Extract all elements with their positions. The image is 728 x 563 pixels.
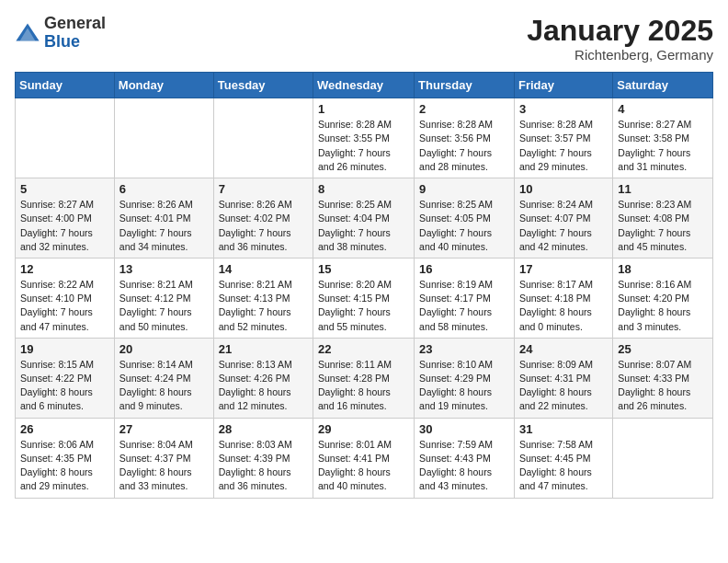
- day-number: 14: [219, 262, 308, 276]
- day-number: 17: [519, 262, 608, 276]
- day-number: 18: [618, 262, 708, 276]
- day-info: Sunrise: 8:25 AM Sunset: 4:05 PM Dayligh…: [419, 198, 509, 254]
- day-info: Sunrise: 8:26 AM Sunset: 4:02 PM Dayligh…: [219, 198, 308, 254]
- calendar-cell: 25Sunrise: 8:07 AM Sunset: 4:33 PM Dayli…: [613, 338, 713, 418]
- day-info: Sunrise: 8:04 AM Sunset: 4:37 PM Dayligh…: [119, 438, 209, 494]
- day-number: 5: [20, 182, 109, 196]
- day-number: 9: [419, 182, 509, 196]
- calendar-week-row: 12Sunrise: 8:22 AM Sunset: 4:10 PM Dayli…: [16, 258, 713, 338]
- calendar: SundayMondayTuesdayWednesdayThursdayFrid…: [15, 72, 713, 498]
- calendar-cell: [613, 418, 713, 498]
- calendar-cell: 17Sunrise: 8:17 AM Sunset: 4:18 PM Dayli…: [514, 258, 612, 338]
- day-info: Sunrise: 8:26 AM Sunset: 4:01 PM Dayligh…: [119, 198, 209, 254]
- day-number: 3: [519, 102, 608, 116]
- calendar-cell: 9Sunrise: 8:25 AM Sunset: 4:05 PM Daylig…: [415, 178, 515, 259]
- day-number: 19: [20, 342, 109, 356]
- day-info: Sunrise: 8:09 AM Sunset: 4:31 PM Dayligh…: [519, 358, 608, 414]
- logo-icon: [15, 20, 40, 46]
- day-info: Sunrise: 8:27 AM Sunset: 4:00 PM Dayligh…: [20, 198, 109, 254]
- calendar-cell: 28Sunrise: 8:03 AM Sunset: 4:39 PM Dayli…: [213, 418, 313, 498]
- day-number: 4: [618, 102, 708, 116]
- calendar-cell: 23Sunrise: 8:10 AM Sunset: 4:29 PM Dayli…: [415, 338, 515, 418]
- day-number: 7: [219, 182, 308, 196]
- day-number: 21: [219, 342, 308, 356]
- page-header: General Blue January 2025 Richtenberg, G…: [15, 15, 713, 63]
- weekday-header: Monday: [114, 73, 213, 98]
- day-info: Sunrise: 8:19 AM Sunset: 4:17 PM Dayligh…: [419, 278, 509, 334]
- calendar-cell: 6Sunrise: 8:26 AM Sunset: 4:01 PM Daylig…: [114, 178, 213, 259]
- day-info: Sunrise: 7:58 AM Sunset: 4:45 PM Dayligh…: [519, 438, 608, 494]
- calendar-cell: 19Sunrise: 8:15 AM Sunset: 4:22 PM Dayli…: [16, 338, 115, 418]
- calendar-cell: 15Sunrise: 8:20 AM Sunset: 4:15 PM Dayli…: [313, 258, 415, 338]
- calendar-cell: [16, 98, 115, 178]
- calendar-cell: [114, 98, 213, 178]
- calendar-header-row: SundayMondayTuesdayWednesdayThursdayFrid…: [16, 73, 713, 98]
- day-info: Sunrise: 8:23 AM Sunset: 4:08 PM Dayligh…: [618, 198, 708, 254]
- day-info: Sunrise: 8:15 AM Sunset: 4:22 PM Dayligh…: [20, 358, 109, 414]
- day-number: 29: [318, 422, 409, 436]
- logo-text: General Blue: [44, 15, 106, 52]
- logo-general: General: [44, 14, 106, 32]
- day-info: Sunrise: 8:21 AM Sunset: 4:12 PM Dayligh…: [119, 278, 209, 334]
- day-number: 31: [519, 422, 608, 436]
- calendar-cell: 8Sunrise: 8:25 AM Sunset: 4:04 PM Daylig…: [313, 178, 415, 259]
- day-number: 11: [618, 182, 708, 196]
- day-info: Sunrise: 8:28 AM Sunset: 3:55 PM Dayligh…: [318, 118, 409, 174]
- day-number: 1: [318, 102, 409, 116]
- calendar-week-row: 19Sunrise: 8:15 AM Sunset: 4:22 PM Dayli…: [16, 338, 713, 418]
- calendar-cell: 7Sunrise: 8:26 AM Sunset: 4:02 PM Daylig…: [213, 178, 313, 259]
- day-number: 13: [119, 262, 209, 276]
- day-info: Sunrise: 8:11 AM Sunset: 4:28 PM Dayligh…: [318, 358, 409, 414]
- day-number: 23: [419, 342, 509, 356]
- calendar-cell: 16Sunrise: 8:19 AM Sunset: 4:17 PM Dayli…: [415, 258, 515, 338]
- calendar-cell: 21Sunrise: 8:13 AM Sunset: 4:26 PM Dayli…: [213, 338, 313, 418]
- calendar-cell: 20Sunrise: 8:14 AM Sunset: 4:24 PM Dayli…: [114, 338, 213, 418]
- day-info: Sunrise: 8:17 AM Sunset: 4:18 PM Dayligh…: [519, 278, 608, 334]
- calendar-cell: 22Sunrise: 8:11 AM Sunset: 4:28 PM Dayli…: [313, 338, 415, 418]
- day-info: Sunrise: 8:22 AM Sunset: 4:10 PM Dayligh…: [20, 278, 109, 334]
- day-info: Sunrise: 8:25 AM Sunset: 4:04 PM Dayligh…: [318, 198, 409, 254]
- calendar-cell: 13Sunrise: 8:21 AM Sunset: 4:12 PM Dayli…: [114, 258, 213, 338]
- calendar-cell: 29Sunrise: 8:01 AM Sunset: 4:41 PM Dayli…: [313, 418, 415, 498]
- calendar-cell: 31Sunrise: 7:58 AM Sunset: 4:45 PM Dayli…: [514, 418, 612, 498]
- calendar-cell: 27Sunrise: 8:04 AM Sunset: 4:37 PM Dayli…: [114, 418, 213, 498]
- logo-blue: Blue: [44, 32, 80, 51]
- day-number: 2: [419, 102, 509, 116]
- day-number: 15: [318, 262, 409, 276]
- calendar-cell: 14Sunrise: 8:21 AM Sunset: 4:13 PM Dayli…: [213, 258, 313, 338]
- day-info: Sunrise: 8:01 AM Sunset: 4:41 PM Dayligh…: [318, 438, 409, 494]
- day-number: 24: [519, 342, 608, 356]
- title-block: January 2025 Richtenberg, Germany: [527, 15, 713, 63]
- day-number: 30: [419, 422, 509, 436]
- calendar-cell: 30Sunrise: 7:59 AM Sunset: 4:43 PM Dayli…: [415, 418, 515, 498]
- calendar-cell: 18Sunrise: 8:16 AM Sunset: 4:20 PM Dayli…: [613, 258, 713, 338]
- calendar-cell: 12Sunrise: 8:22 AM Sunset: 4:10 PM Dayli…: [16, 258, 115, 338]
- day-info: Sunrise: 8:24 AM Sunset: 4:07 PM Dayligh…: [519, 198, 608, 254]
- day-info: Sunrise: 8:07 AM Sunset: 4:33 PM Dayligh…: [618, 358, 708, 414]
- calendar-cell: 5Sunrise: 8:27 AM Sunset: 4:00 PM Daylig…: [16, 178, 115, 259]
- day-number: 26: [20, 422, 109, 436]
- day-info: Sunrise: 8:10 AM Sunset: 4:29 PM Dayligh…: [419, 358, 509, 414]
- day-info: Sunrise: 8:20 AM Sunset: 4:15 PM Dayligh…: [318, 278, 409, 334]
- calendar-cell: 10Sunrise: 8:24 AM Sunset: 4:07 PM Dayli…: [514, 178, 612, 259]
- day-info: Sunrise: 8:13 AM Sunset: 4:26 PM Dayligh…: [219, 358, 308, 414]
- calendar-cell: 3Sunrise: 8:28 AM Sunset: 3:57 PM Daylig…: [514, 98, 612, 178]
- calendar-cell: 11Sunrise: 8:23 AM Sunset: 4:08 PM Dayli…: [613, 178, 713, 259]
- day-number: 8: [318, 182, 409, 196]
- day-info: Sunrise: 8:28 AM Sunset: 3:57 PM Dayligh…: [519, 118, 608, 174]
- calendar-cell: 24Sunrise: 8:09 AM Sunset: 4:31 PM Dayli…: [514, 338, 612, 418]
- day-number: 25: [618, 342, 708, 356]
- calendar-cell: 1Sunrise: 8:28 AM Sunset: 3:55 PM Daylig…: [313, 98, 415, 178]
- day-number: 27: [119, 422, 209, 436]
- weekday-header: Friday: [514, 73, 612, 98]
- day-number: 22: [318, 342, 409, 356]
- day-info: Sunrise: 8:21 AM Sunset: 4:13 PM Dayligh…: [219, 278, 308, 334]
- weekday-header: Saturday: [613, 73, 713, 98]
- day-number: 20: [119, 342, 209, 356]
- day-number: 6: [119, 182, 209, 196]
- day-number: 16: [419, 262, 509, 276]
- day-info: Sunrise: 8:03 AM Sunset: 4:39 PM Dayligh…: [219, 438, 308, 494]
- month-title: January 2025: [527, 15, 713, 47]
- day-number: 12: [20, 262, 109, 276]
- logo: General Blue: [15, 15, 106, 52]
